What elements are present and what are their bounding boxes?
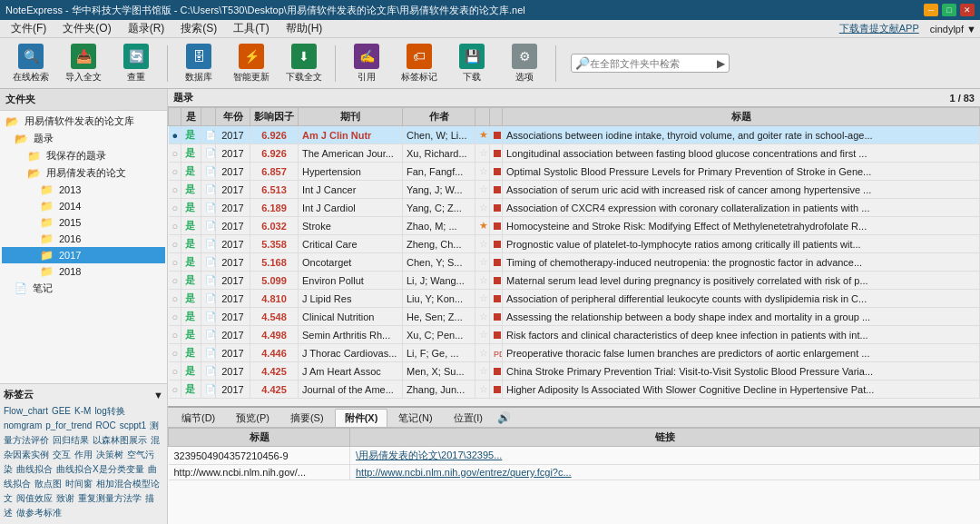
- col-impact[interactable]: 影响因子: [250, 108, 299, 126]
- citation-button[interactable]: ✍ 引用: [343, 42, 390, 85]
- tag-item[interactable]: 散点图: [34, 479, 62, 489]
- table-row[interactable]: ○ 是 📄 2017 4.425 J Am Heart Assoc Men, X…: [169, 362, 980, 381]
- row-star[interactable]: ☆: [475, 253, 490, 272]
- sidebar-item-root[interactable]: 📂用易倩软件发表的论文库: [2, 113, 165, 130]
- tag-item[interactable]: ROC: [95, 420, 115, 430]
- table-row[interactable]: ○ 是 📄 2017 4.810 J Lipid Res Liu, Y; Kon…: [169, 290, 980, 308]
- tag-item[interactable]: 阅值效应: [16, 493, 53, 503]
- menu-item-help[interactable]: 帮助(H): [279, 20, 330, 37]
- tag-item[interactable]: 作用: [74, 450, 93, 460]
- label-mark-button[interactable]: 🏷 标签标记: [396, 42, 443, 85]
- table-row[interactable]: ○ 是 📄 2017 5.168 Oncotarget Chen, Y; S..…: [169, 253, 980, 272]
- table-row[interactable]: ○ 是 📄 2017 4.548 Clinical Nutrition He, …: [169, 308, 980, 326]
- row-star[interactable]: ☆: [475, 290, 490, 308]
- tag-item[interactable]: 时间窗: [65, 479, 93, 489]
- maximize-button[interactable]: □: [942, 4, 956, 16]
- bottom-tab-abstract[interactable]: 摘要(S): [280, 409, 334, 427]
- sidebar-item-yiqian[interactable]: 📂用易倩发表的论文: [2, 164, 165, 182]
- bottom-tab-preview[interactable]: 预览(P): [226, 409, 279, 427]
- tag-item[interactable]: Flow_chart: [4, 406, 48, 416]
- tag-item[interactable]: 以森林图展示: [93, 435, 147, 445]
- sidebar-item-2016[interactable]: 📁2016: [2, 231, 165, 247]
- check-duplicate-button[interactable]: 🔄 查重: [113, 42, 160, 85]
- bottom-tab-notes[interactable]: 笔记(N): [388, 409, 442, 427]
- table-row[interactable]: ○ 是 📄 2017 6.926 The American Jour... Xu…: [169, 144, 980, 163]
- table-row[interactable]: ○ 是 📄 2017 4.498 Semin Arthritis Rh... X…: [169, 326, 980, 344]
- search-input[interactable]: [590, 58, 717, 69]
- sidebar-item-2014[interactable]: 📁2014: [2, 198, 165, 214]
- row-star[interactable]: ☆: [475, 272, 490, 290]
- tag-item[interactable]: log转换: [94, 406, 124, 416]
- sidebar-item-2013[interactable]: 📁2013: [2, 182, 165, 198]
- sidebar-item-notes[interactable]: 📄笔记: [2, 280, 165, 297]
- table-row[interactable]: ○ 是 📄 2017 6.513 Int J Cancer Yang, J; W…: [169, 181, 980, 199]
- row-star[interactable]: ☆: [475, 181, 490, 199]
- table-container[interactable]: 是 年份 影响因子 期刊 作者 标题 ● 是 📄: [168, 107, 980, 406]
- table-row[interactable]: ● 是 📄 2017 6.926 Am J Clin Nutr Chen, W;…: [169, 126, 980, 144]
- table-row[interactable]: ○ 是 📄 2017 6.189 Int J Cardiol Yang, C; …: [169, 199, 980, 217]
- row-star[interactable]: ☆: [475, 199, 490, 217]
- row-star[interactable]: ★: [475, 126, 490, 144]
- options-button[interactable]: ⚙ 选项: [501, 42, 548, 85]
- table-row[interactable]: ○ 是 📄 2017 4.425 Journal of the Ame... Z…: [169, 381, 980, 399]
- menu-item-folder[interactable]: 文件夹(O): [55, 20, 118, 37]
- sidebar-item-2018[interactable]: 📁2018: [2, 263, 165, 280]
- bottom-tab-position[interactable]: 位置(I): [444, 409, 493, 427]
- online-search-button[interactable]: 🔍 在线检索: [7, 42, 54, 85]
- tag-item[interactable]: 决策树: [96, 450, 123, 460]
- menu-item-search[interactable]: 搜索(S): [173, 20, 224, 37]
- table-row[interactable]: ○ 是 📄 2017 6.857 Hypertension Fan, Fangf…: [169, 163, 980, 181]
- attach-link[interactable]: \用易倩发表的论文\2017\32395...: [350, 447, 980, 465]
- col-author[interactable]: 作者: [403, 108, 475, 126]
- sidebar-item-tilu[interactable]: 📂题录: [2, 130, 165, 147]
- tag-item[interactable]: K-M: [74, 406, 91, 416]
- row-star[interactable]: ☆: [475, 163, 490, 181]
- mic-icon[interactable]: 🔊: [497, 411, 511, 424]
- sidebar-item-2015[interactable]: 📁2015: [2, 214, 165, 231]
- sidebar-item-saved[interactable]: 📁我保存的题录: [2, 147, 165, 164]
- tag-item[interactable]: 曲线拟合X是分类变量: [56, 464, 144, 474]
- close-button[interactable]: ✕: [960, 4, 975, 16]
- row-star[interactable]: ★: [475, 217, 490, 235]
- row-star[interactable]: ☆: [475, 308, 490, 326]
- sidebar-item-2017[interactable]: 📁2017: [2, 247, 165, 263]
- download-button[interactable]: 💾 下载: [448, 42, 495, 85]
- row-star[interactable]: ☆: [475, 144, 490, 163]
- menu-item-file[interactable]: 文件(F): [4, 20, 54, 37]
- row-star[interactable]: ☆: [475, 235, 490, 253]
- bottom-tab-attachment[interactable]: 附件(X): [335, 409, 388, 427]
- row-star[interactable]: ☆: [475, 326, 490, 344]
- tag-item[interactable]: 致谢: [56, 493, 74, 503]
- attach-link[interactable]: http://www.ncbi.nlm.nih.gov/entrez/query…: [350, 465, 980, 480]
- tag-item[interactable]: 做参考标准: [16, 508, 62, 518]
- row-star[interactable]: ☆: [475, 381, 490, 399]
- minimize-button[interactable]: ─: [924, 4, 938, 16]
- import-full-button[interactable]: 📥 导入全文: [60, 42, 107, 85]
- attachment-row[interactable]: http://www.ncbi.nlm.nih.gov/... http://w…: [169, 465, 980, 480]
- tag-collapse-icon[interactable]: ▼: [153, 390, 163, 400]
- table-row[interactable]: ○ 是 📄 2017 4.446 J Thorac Cardiovas... L…: [169, 344, 980, 362]
- tag-item[interactable]: 交互: [53, 450, 71, 460]
- tag-item[interactable]: GEE: [52, 406, 71, 416]
- table-row[interactable]: ○ 是 📄 2017 5.099 Environ Pollut Li, J; W…: [169, 272, 980, 290]
- app-download-link[interactable]: 下载青提文献APP: [839, 22, 919, 35]
- tag-item[interactable]: 回归结果: [53, 435, 89, 445]
- col-journal[interactable]: 期刊: [299, 108, 403, 126]
- tag-item[interactable]: 重复测量方法学: [78, 493, 142, 503]
- bottom-table-container[interactable]: 标题 链接 3239504904357210456-9 \用易倩发表的论文\20…: [168, 428, 980, 524]
- table-row[interactable]: ○ 是 📄 2017 6.032 Stroke Zhao, M; ... ★ H…: [169, 217, 980, 235]
- table-row[interactable]: ○ 是 📄 2017 5.358 Critical Care Zheng, Ch…: [169, 235, 980, 253]
- tag-item[interactable]: nomgram: [4, 420, 42, 430]
- tag-item[interactable]: p_for_trend: [45, 420, 92, 430]
- row-star[interactable]: ☆: [475, 344, 490, 362]
- search-submit-icon[interactable]: ▶: [717, 57, 725, 70]
- menu-item-record[interactable]: 题录(R): [121, 20, 172, 37]
- user-info[interactable]: cindylpf ▼: [930, 24, 976, 35]
- database-button[interactable]: 🗄 数据库: [175, 42, 222, 85]
- bottom-tab-edit[interactable]: 编节(D): [172, 409, 225, 427]
- col-title[interactable]: 标题: [503, 108, 980, 126]
- tag-item[interactable]: 曲线拟合: [16, 464, 53, 474]
- row-star[interactable]: ☆: [475, 362, 490, 381]
- attachment-row[interactable]: 3239504904357210456-9 \用易倩发表的论文\2017\323…: [169, 447, 980, 465]
- smart-update-button[interactable]: ⚡ 智能更新: [228, 42, 275, 85]
